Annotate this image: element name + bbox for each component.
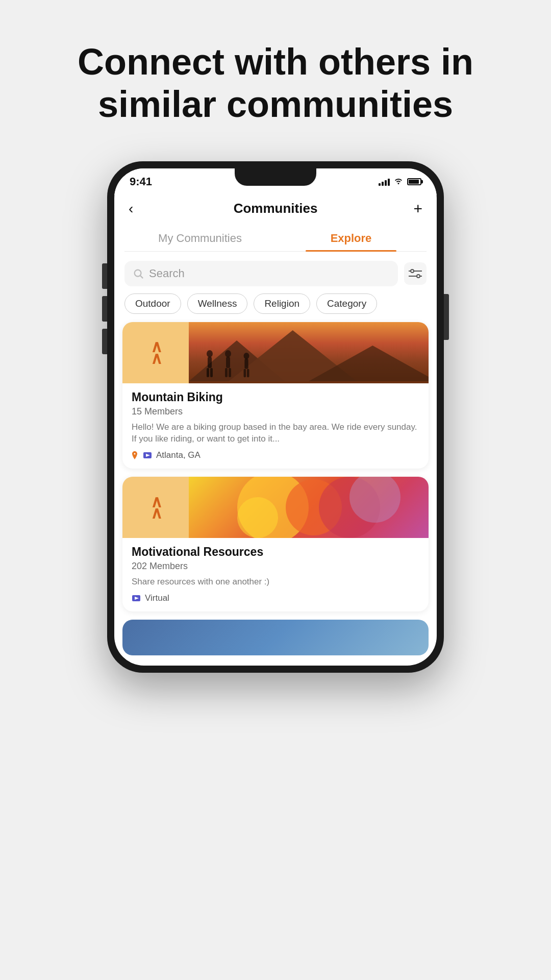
- card-location: Atlanta, GA: [132, 450, 419, 460]
- svg-rect-21: [244, 369, 246, 377]
- card-members: 202 Members: [132, 561, 419, 572]
- chip-outdoor[interactable]: Outdoor: [124, 293, 181, 314]
- card-logo-motivational: ∧∧: [122, 477, 189, 538]
- svg-rect-12: [208, 357, 212, 368]
- search-bar[interactable]: Search: [124, 261, 398, 286]
- svg-rect-17: [225, 368, 228, 377]
- app-header: ‹ Communities +: [114, 195, 437, 226]
- svg-rect-18: [229, 368, 231, 377]
- svg-rect-22: [247, 369, 249, 377]
- card-banner-mountain: ∧∧: [122, 322, 429, 383]
- svg-line-1: [140, 276, 143, 278]
- status-bar: 9:41: [114, 168, 437, 195]
- card-location-virtual: Virtual: [132, 593, 419, 603]
- card-image-motivational: [189, 477, 429, 538]
- card-title: Motivational Resources: [132, 545, 419, 559]
- card-title: Mountain Biking: [132, 390, 419, 404]
- tab-my-communities[interactable]: My Communities: [124, 226, 276, 251]
- card-banner-motivational: ∧∧: [122, 477, 429, 538]
- card-body-mountain: Mountain Biking 15 Members Hello! We are…: [122, 383, 429, 469]
- community-list: ∧∧: [114, 322, 437, 666]
- phone-wrapper: 9:41 ‹ Communities +: [107, 161, 444, 673]
- community-card-motivational[interactable]: ∧∧: [122, 477, 429, 611]
- status-icons: [379, 176, 421, 187]
- svg-rect-14: [210, 368, 213, 377]
- card-logo-mountain: ∧∧: [122, 322, 189, 383]
- status-time: 9:41: [130, 175, 152, 188]
- card-description: Hello! We are a biking group based in th…: [132, 421, 419, 446]
- chip-religion[interactable]: Religion: [254, 293, 310, 314]
- card-image-mountain: [189, 322, 429, 383]
- community-card-mountain-biking[interactable]: ∧∧: [122, 322, 429, 469]
- back-button[interactable]: ‹: [129, 201, 147, 217]
- wifi-icon: [394, 176, 403, 187]
- svg-point-0: [135, 270, 141, 276]
- filter-button[interactable]: [404, 262, 427, 285]
- svg-point-15: [225, 350, 231, 357]
- svg-rect-16: [226, 357, 230, 368]
- signal-icon: [379, 178, 390, 186]
- card-description: Share resources with one another :): [132, 576, 419, 588]
- svg-rect-20: [244, 358, 248, 369]
- community-card-partial[interactable]: [122, 620, 429, 655]
- svg-point-11: [207, 350, 213, 357]
- tabs-container: My Communities Explore: [124, 226, 427, 252]
- svg-point-19: [244, 353, 249, 359]
- filter-chips: Outdoor Wellness Religion Category: [114, 293, 437, 322]
- page-title: Communities: [234, 201, 318, 216]
- add-button[interactable]: +: [404, 200, 422, 217]
- card-body-motivational: Motivational Resources 202 Members Share…: [122, 538, 429, 611]
- hero-text: Connect with others in similar communiti…: [0, 0, 551, 146]
- svg-point-2: [411, 270, 414, 273]
- search-icon: [133, 268, 144, 279]
- svg-rect-13: [207, 368, 209, 377]
- chip-wellness[interactable]: Wellness: [187, 293, 248, 314]
- tab-explore[interactable]: Explore: [276, 226, 427, 251]
- search-input[interactable]: Search: [149, 267, 390, 280]
- svg-point-5: [417, 275, 420, 278]
- chip-category[interactable]: Category: [316, 293, 377, 314]
- card-members: 15 Members: [132, 406, 419, 417]
- battery-icon: [407, 178, 421, 185]
- svg-point-29: [237, 497, 278, 538]
